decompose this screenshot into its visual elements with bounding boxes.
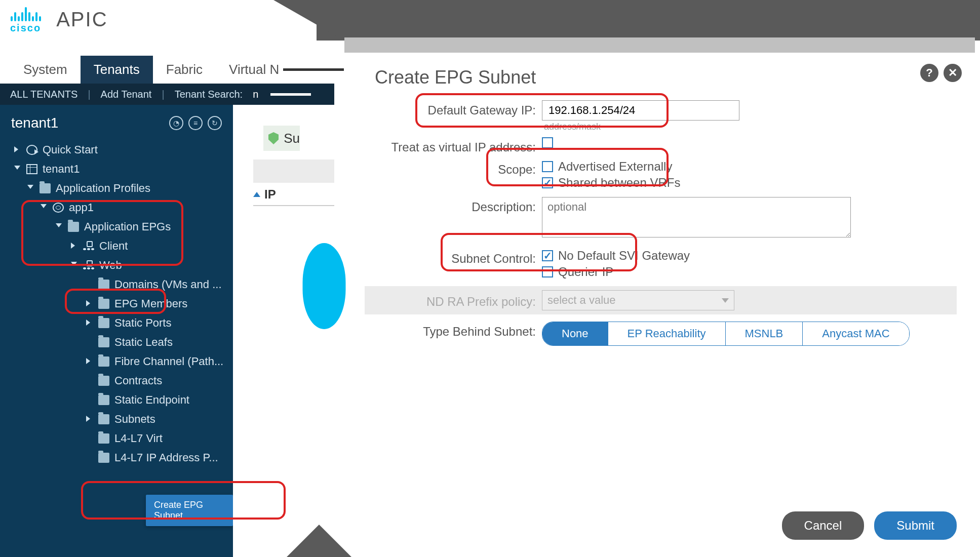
app-icon <box>53 203 64 213</box>
shield-icon <box>268 132 279 144</box>
product-title: APIC <box>56 8 107 31</box>
gateway-input[interactable] <box>542 100 739 121</box>
seg-ep[interactable]: EP Reachability <box>608 322 726 345</box>
gateway-label: Default Gateway IP: <box>365 100 542 117</box>
scope-shared-label: Shared between VRFs <box>558 176 680 190</box>
folder-icon <box>98 318 109 328</box>
tree-tenant1[interactable]: tenant1 <box>5 160 231 179</box>
seg-none[interactable]: None <box>542 322 608 345</box>
toolbar-icon-1[interactable]: ◔ <box>169 116 183 130</box>
tenant-icon <box>26 164 37 174</box>
folder-icon <box>98 453 109 463</box>
folder-icon <box>98 280 109 290</box>
cisco-bars-icon <box>11 5 41 21</box>
ndra-label: ND RA Prefix policy: <box>365 292 542 309</box>
type-behind-segmented: None EP Reachability MSNLB Anycast MAC <box>542 322 910 346</box>
add-tenant-link[interactable]: Add Tenant <box>101 89 152 100</box>
tenant-subbar: ALL TENANTS | Add Tenant | Tenant Search… <box>0 84 334 105</box>
submit-button[interactable]: Submit <box>874 511 957 540</box>
tree-app-profiles[interactable]: Application Profiles <box>5 179 231 198</box>
tree-static-ports[interactable]: Static Ports <box>5 313 231 333</box>
tree-fibre[interactable]: Fibre Channel (Path... <box>5 352 231 371</box>
cancel-button[interactable]: Cancel <box>782 511 865 540</box>
scope-advertised-checkbox[interactable] <box>542 161 553 172</box>
no-svi-label: No Default SVI Gateway <box>558 249 690 263</box>
desc-label: Description: <box>365 197 542 214</box>
main-tabs: System Tenants Fabric Virtual N <box>10 56 344 84</box>
folder-icon <box>98 376 109 386</box>
truncated-indicator-icon <box>283 68 344 71</box>
querier-label: Querier IP <box>558 265 613 279</box>
seg-anycast[interactable]: Anycast MAC <box>803 322 909 345</box>
tree-app-epgs[interactable]: Application EPGs <box>5 217 231 236</box>
scope-label: Scope: <box>365 160 542 177</box>
sidebar-title: tenant1 <box>11 115 58 131</box>
tree-static-leafs[interactable]: Static Leafs <box>5 333 231 352</box>
help-button[interactable]: ? <box>920 64 938 82</box>
scope-shared-checkbox[interactable] <box>542 177 553 188</box>
chevron-down-icon <box>722 298 729 303</box>
folder-icon <box>98 299 109 309</box>
epg-icon <box>83 260 94 270</box>
tab-system[interactable]: System <box>10 56 81 84</box>
close-button[interactable]: ✕ <box>944 64 962 82</box>
tree-client[interactable]: Client <box>5 236 231 256</box>
toolbar-icon-3[interactable]: ↻ <box>208 116 222 130</box>
desc-textarea[interactable] <box>542 197 851 237</box>
tree-quick-start[interactable]: Quick Start <box>5 140 231 160</box>
folder-icon <box>98 395 109 405</box>
header: cisco APIC <box>10 5 108 34</box>
scope-advertised-label: Advertised Externally <box>558 160 672 174</box>
folder-icon <box>98 337 109 347</box>
querier-checkbox[interactable] <box>542 266 553 277</box>
search-line-icon <box>270 93 311 96</box>
decorative-diamond-icon <box>303 243 346 329</box>
no-svi-checkbox[interactable] <box>542 250 553 261</box>
epg-icon <box>83 241 94 251</box>
tree-web[interactable]: Web <box>5 256 231 275</box>
sort-asc-icon <box>253 192 260 197</box>
tree-contracts[interactable]: Contracts <box>5 371 231 390</box>
create-epg-subnet-dialog: Create EPG Subnet ? ✕ Default Gateway IP… <box>355 53 972 550</box>
gateway-hint: address/mask <box>542 122 957 132</box>
quickstart-icon <box>26 145 37 155</box>
toolbar-icon-2[interactable]: ≡ <box>188 116 203 130</box>
ndra-select: select a value <box>542 290 734 310</box>
folder-icon <box>98 414 109 424</box>
tree-domains[interactable]: Domains (VMs and ... <box>5 275 231 294</box>
sidebar: tenant1 ◔ ≡ ↻ Quick Start tenant1 Applic… <box>0 105 233 557</box>
vip-label: Treat as virtual IP address: <box>365 137 542 154</box>
folder-icon <box>68 222 79 232</box>
tree-subnets[interactable]: Subnets <box>5 410 231 429</box>
tab-fabric[interactable]: Fabric <box>153 56 216 84</box>
tree-l4l7-ip[interactable]: L4-L7 IP Address P... <box>5 448 231 467</box>
context-menu-create-epg-subnet[interactable]: Create EPG Subnet <box>146 495 233 526</box>
cisco-logo: cisco <box>10 5 41 34</box>
decorative-triangle-icon <box>284 525 355 557</box>
type-behind-label: Type Behind Subnet: <box>365 322 542 339</box>
seg-msnlb[interactable]: MSNLB <box>726 322 803 345</box>
ip-column[interactable]: IP <box>253 187 276 202</box>
tree-l4l7-virt[interactable]: L4-L7 Virt <box>5 429 231 448</box>
cisco-text: cisco <box>10 22 41 34</box>
all-tenants-link[interactable]: ALL TENANTS <box>10 89 77 100</box>
folder-icon <box>98 356 109 367</box>
ndra-placeholder: select a value <box>547 294 616 307</box>
tab-tenants[interactable]: Tenants <box>81 56 153 84</box>
tree-epg-members[interactable]: EPG Members <box>5 294 231 313</box>
tree-app1[interactable]: app1 <box>5 198 231 217</box>
tenant-search-value[interactable]: n <box>253 89 258 100</box>
dialog-title: Create EPG Subnet <box>355 53 972 100</box>
tab-virtual[interactable]: Virtual N <box>216 56 281 84</box>
folder-icon <box>98 433 109 444</box>
tree-static-endpoint[interactable]: Static Endpoint <box>5 390 231 410</box>
su-badge: Su <box>263 126 300 151</box>
vip-checkbox[interactable] <box>542 137 553 148</box>
gray-panel <box>253 160 334 183</box>
tenant-search-label: Tenant Search: <box>175 89 243 100</box>
folder-icon <box>40 183 51 193</box>
subnet-ctrl-label: Subnet Control: <box>365 249 542 266</box>
